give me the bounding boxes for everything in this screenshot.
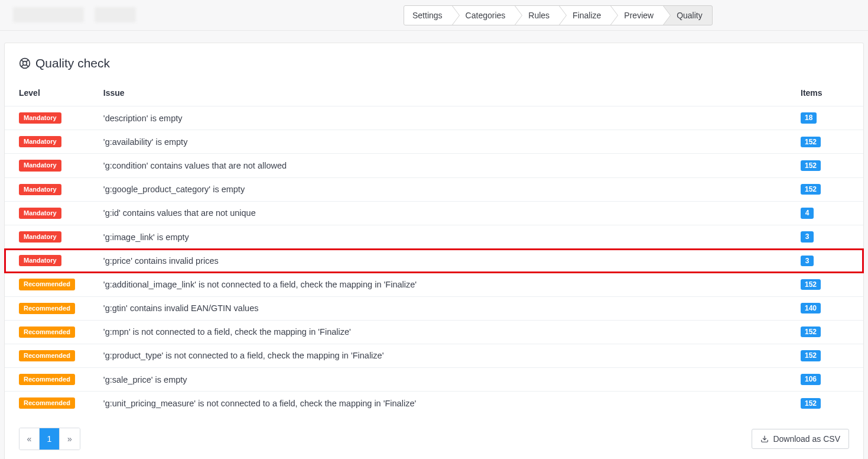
table-row[interactable]: Mandatory'g:availability' is empty152 — [5, 130, 863, 154]
issue-cell: 'g:additional_image_link' is not connect… — [89, 273, 786, 296]
issue-cell: 'g:availability' is empty — [89, 130, 786, 154]
issue-cell: 'g:gtin' contains invalid EAN/GTIN value… — [89, 296, 786, 320]
svg-line-4 — [26, 60, 28, 62]
issue-cell: 'g:product_type' is not connected to a f… — [89, 344, 786, 367]
level-badge: Recommended — [19, 303, 75, 314]
items-count-badge: 106 — [801, 374, 821, 384]
table-row[interactable]: Recommended'g:mpn' is not connected to a… — [5, 320, 863, 344]
issue-cell: 'g:id' contains values that are not uniq… — [89, 201, 786, 225]
level-badge: Mandatory — [19, 208, 61, 219]
level-badge: Recommended — [19, 327, 75, 338]
table-row[interactable]: Recommended'g:product_type' is not conne… — [5, 344, 863, 367]
quality-panel: Quality check Level Issue Items Mandator… — [4, 43, 864, 459]
pager-page-1[interactable]: 1 — [40, 428, 60, 450]
quality-table: Level Issue Items Mandatory'description'… — [5, 80, 863, 415]
level-badge: Mandatory — [19, 112, 61, 124]
table-row[interactable]: Mandatory'g:price' contains invalid pric… — [5, 249, 863, 273]
table-row[interactable]: Mandatory'g:id' contains values that are… — [5, 201, 863, 225]
level-badge: Mandatory — [19, 255, 61, 266]
pager-prev[interactable]: « — [19, 428, 40, 450]
level-badge: Mandatory — [19, 136, 61, 147]
items-count-badge: 140 — [801, 303, 821, 313]
items-count-badge: 152 — [801, 279, 821, 290]
items-count-badge: 152 — [801, 350, 821, 361]
items-count-badge: 152 — [801, 398, 821, 409]
issue-cell: 'description' is empty — [89, 106, 786, 130]
issue-cell: 'g:mpn' is not connected to a field, che… — [89, 320, 786, 344]
col-header-issue: Issue — [89, 80, 786, 106]
items-count-badge: 3 — [801, 256, 814, 266]
svg-line-2 — [21, 60, 24, 62]
download-csv-button[interactable]: Download as CSV — [752, 429, 849, 449]
level-badge: Mandatory — [19, 160, 61, 171]
redacted-block — [13, 7, 84, 22]
level-badge: Recommended — [19, 397, 75, 409]
level-badge: Mandatory — [19, 231, 61, 243]
items-count-badge: 18 — [801, 112, 817, 123]
download-icon — [760, 435, 769, 443]
items-count-badge: 152 — [801, 137, 821, 147]
issue-cell: 'g:price' contains invalid prices — [89, 249, 786, 273]
step-finalize[interactable]: Finalize — [559, 5, 611, 25]
life-ring-icon — [19, 57, 31, 69]
issue-cell: 'g:google_product_category' is empty — [89, 177, 786, 201]
issue-cell: 'g:sale_price' is empty — [89, 368, 786, 392]
items-count-badge: 3 — [801, 231, 814, 242]
step-categories[interactable]: Categories — [452, 5, 516, 25]
col-header-items: Items — [786, 80, 863, 106]
table-row[interactable]: Recommended'g:gtin' contains invalid EAN… — [5, 296, 863, 320]
issue-cell: 'g:unit_pricing_measure' is not connecte… — [89, 392, 786, 415]
issue-cell: 'g:condition' contains values that are n… — [89, 154, 786, 177]
panel-title: Quality check — [35, 56, 110, 70]
download-csv-label: Download as CSV — [773, 434, 840, 444]
table-row[interactable]: Mandatory'g:google_product_category' is … — [5, 177, 863, 201]
top-bar: SettingsCategoriesRulesFinalizePreviewQu… — [0, 0, 868, 31]
pager-next[interactable]: » — [60, 428, 80, 450]
level-badge: Recommended — [19, 374, 75, 385]
level-badge: Recommended — [19, 350, 75, 361]
level-badge: Recommended — [19, 279, 75, 290]
items-count-badge: 152 — [801, 160, 821, 171]
svg-line-3 — [26, 64, 28, 67]
panel-footer: « 1 » Download as CSV — [5, 415, 863, 459]
panel-header: Quality check — [5, 43, 863, 80]
step-preview[interactable]: Preview — [610, 5, 664, 25]
step-settings[interactable]: Settings — [404, 5, 453, 25]
table-row[interactable]: Recommended'g:unit_pricing_measure' is n… — [5, 392, 863, 415]
svg-line-5 — [21, 64, 24, 67]
table-row[interactable]: Mandatory'g:condition' contains values t… — [5, 154, 863, 177]
issue-cell: 'g:image_link' is empty — [89, 225, 786, 248]
table-row[interactable]: Recommended'g:additional_image_link' is … — [5, 273, 863, 296]
redacted-block — [95, 7, 136, 22]
items-count-badge: 152 — [801, 327, 821, 337]
table-row[interactable]: Mandatory'g:image_link' is empty3 — [5, 225, 863, 248]
col-header-level: Level — [5, 80, 89, 106]
items-count-badge: 152 — [801, 184, 821, 195]
table-row[interactable]: Mandatory'description' is empty18 — [5, 106, 863, 130]
items-count-badge: 4 — [801, 208, 814, 218]
table-row[interactable]: Recommended'g:sale_price' is empty106 — [5, 368, 863, 392]
level-badge: Mandatory — [19, 184, 61, 195]
pagination: « 1 » — [19, 428, 80, 450]
wizard-steps: SettingsCategoriesRulesFinalizePreviewQu… — [404, 5, 713, 25]
